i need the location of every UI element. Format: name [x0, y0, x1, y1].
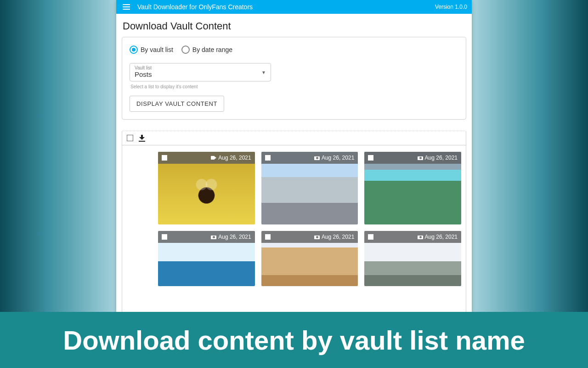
- content-card[interactable]: Aug 26, 2021: [261, 231, 358, 286]
- radio-icon: [181, 46, 190, 54]
- vault-list-select[interactable]: Vault list Posts ▼: [130, 63, 271, 81]
- card-header: Aug 26, 2021: [261, 231, 358, 243]
- filter-radio-group: By vault list By date range: [130, 46, 458, 54]
- card-date: Aug 26, 2021: [425, 155, 458, 161]
- card-date: Aug 26, 2021: [218, 234, 251, 240]
- card-header: Aug 26, 2021: [364, 152, 461, 164]
- card-date: Aug 26, 2021: [322, 155, 354, 161]
- app-bar: Vault Downloader for OnlyFans Creators V…: [116, 0, 472, 14]
- card-header: Aug 26, 2021: [364, 231, 461, 243]
- content-grid: Aug 26, 2021 Aug 26, 2021: [127, 152, 461, 224]
- content-grid: Aug 26, 2021 Aug 26, 2021: [127, 231, 461, 286]
- content-card[interactable]: Aug 26, 2021: [158, 152, 255, 224]
- card-checkbox[interactable]: [265, 155, 271, 161]
- select-all-checkbox[interactable]: [127, 135, 133, 141]
- radio-label: By date range: [192, 46, 232, 53]
- radio-icon: [130, 46, 138, 54]
- card-date: Aug 26, 2021: [322, 234, 354, 240]
- card-meta: Aug 26, 2021: [211, 155, 251, 161]
- card-meta: Aug 26, 2021: [211, 234, 251, 240]
- content-card[interactable]: Aug 26, 2021: [364, 231, 461, 286]
- card-header: Aug 26, 2021: [158, 152, 255, 164]
- app-window: Vault Downloader for OnlyFans Creators V…: [116, 0, 472, 312]
- select-label: Vault list: [135, 65, 266, 70]
- content-grid-container: Aug 26, 2021 Aug 26, 2021: [122, 145, 466, 312]
- card-checkbox[interactable]: [162, 234, 167, 240]
- banner-text: Download content by vault list name: [63, 325, 525, 356]
- display-vault-content-button[interactable]: DISPLAY VAULT CONTENT: [130, 96, 224, 112]
- card-header: Aug 26, 2021: [158, 231, 255, 243]
- card-checkbox[interactable]: [265, 234, 271, 240]
- card-meta: Aug 26, 2021: [418, 234, 458, 240]
- version-label: Version 1.0.0: [435, 4, 467, 10]
- card-checkbox[interactable]: [368, 234, 373, 240]
- camera-icon: [418, 155, 423, 160]
- content-card[interactable]: Aug 26, 2021: [158, 231, 255, 286]
- card-meta: Aug 26, 2021: [314, 234, 354, 240]
- radio-by-vault-list[interactable]: By vault list: [130, 46, 173, 54]
- menu-icon[interactable]: [121, 2, 132, 12]
- select-helper-text: Select a list to display it's content: [130, 84, 458, 89]
- filter-panel: By vault list By date range Vault list P…: [122, 37, 466, 120]
- card-header: Aug 26, 2021: [261, 152, 358, 164]
- card-date: Aug 26, 2021: [218, 155, 251, 161]
- download-icon[interactable]: [139, 135, 145, 141]
- radio-label: By vault list: [141, 46, 173, 53]
- camera-icon: [418, 235, 423, 239]
- content-card[interactable]: Aug 26, 2021: [261, 152, 358, 224]
- card-meta: Aug 26, 2021: [314, 155, 354, 161]
- content-card[interactable]: Aug 26, 2021: [364, 152, 461, 224]
- card-checkbox[interactable]: [368, 155, 373, 161]
- chevron-down-icon: ▼: [261, 70, 266, 75]
- camera-icon: [314, 235, 320, 239]
- page-body: Download Vault Content By vault list By …: [116, 14, 472, 312]
- card-meta: Aug 26, 2021: [418, 155, 458, 161]
- promo-banner: Download content by vault list name: [0, 312, 588, 368]
- card-date: Aug 26, 2021: [425, 234, 458, 240]
- page-title: Download Vault Content: [123, 20, 466, 32]
- radio-by-date-range[interactable]: By date range: [181, 46, 232, 54]
- grid-toolbar: [122, 131, 466, 145]
- camera-icon: [211, 235, 216, 239]
- video-icon: [211, 155, 216, 160]
- app-title: Vault Downloader for OnlyFans Creators: [137, 3, 253, 11]
- card-checkbox[interactable]: [162, 155, 167, 161]
- select-value: Posts: [135, 70, 266, 78]
- camera-icon: [314, 155, 320, 160]
